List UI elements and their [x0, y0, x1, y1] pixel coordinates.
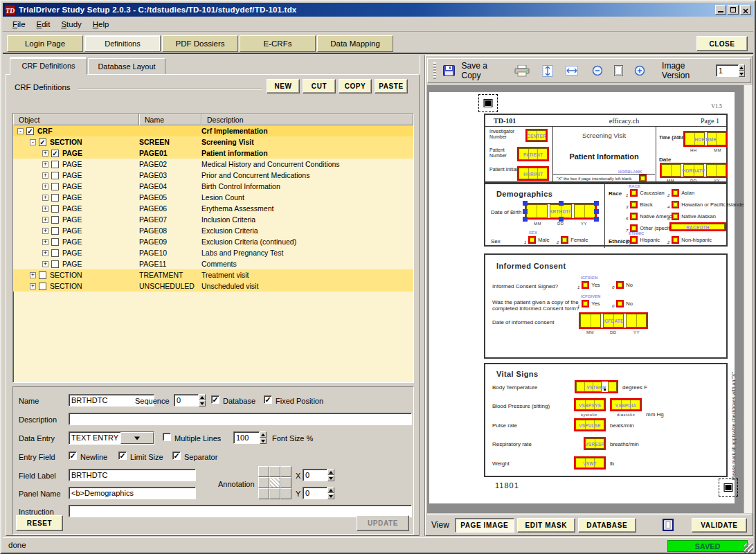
database-checkbox[interactable]: ✓ [211, 395, 219, 404]
race-option[interactable]: 1Caucasian [626, 189, 665, 197]
menu-help[interactable]: Help [87, 19, 115, 30]
toolbar-drag-handle[interactable] [433, 62, 436, 79]
race-option[interactable]: 4Hawaiian or Pacific Islander [667, 201, 746, 208]
icf-q2-no[interactable]: 0No [612, 300, 633, 307]
ethnicity-option[interactable]: 2Non-hispanic [667, 236, 712, 244]
checkbox[interactable] [672, 201, 679, 208]
expander-icon[interactable]: - [17, 128, 24, 134]
checkbox[interactable] [582, 281, 589, 289]
chevron-down-icon[interactable] [120, 432, 154, 444]
menu-study[interactable]: Study [55, 19, 87, 30]
checkbox[interactable] [39, 271, 46, 279]
icf-q1-yes[interactable]: 1Yes [577, 281, 600, 289]
spin-up-icon[interactable] [199, 394, 206, 400]
tab-login-page[interactable]: Login Page [7, 35, 83, 52]
table-row[interactable]: +PAGE PAGE02 Medical History and Concurr… [13, 159, 413, 170]
print-icon[interactable] [514, 65, 530, 77]
expander-icon[interactable]: + [42, 172, 48, 179]
save-copy-icon[interactable] [443, 65, 455, 76]
table-row[interactable]: +PAGE PAGE10 Labs and Pregnancy Test [13, 247, 413, 258]
cut-button[interactable]: CUT [303, 79, 336, 93]
zoom-in-icon[interactable] [634, 65, 645, 76]
sex-option-male[interactable]: 1Male [524, 236, 550, 244]
vertical-scrollbar[interactable] [744, 85, 753, 513]
ethnicity-option[interactable]: 1Hispanic [626, 236, 660, 244]
checkbox[interactable] [51, 227, 59, 235]
tab-e-crfs[interactable]: E-CRFs [240, 35, 316, 52]
fit-height-icon[interactable] [542, 65, 553, 77]
race-option[interactable]: 6Native Alaskan [667, 213, 716, 220]
checkbox[interactable]: ✓ [51, 150, 59, 157]
y-stepper[interactable] [303, 487, 334, 499]
menu-edit[interactable]: Edit [31, 19, 56, 30]
crf-field-vsresp[interactable]: VSRESP [584, 437, 606, 450]
image-version-stepper[interactable] [716, 64, 745, 77]
checkbox[interactable] [51, 183, 59, 190]
expander-icon[interactable]: + [42, 239, 48, 245]
checkbox[interactable] [51, 216, 59, 224]
table-row[interactable]: +PAGE PAGE06 Erythema Assessment [13, 203, 413, 214]
crf-field-vswt[interactable]: VSWT [574, 456, 606, 470]
fit-width-icon[interactable] [566, 66, 578, 75]
x-stepper[interactable] [303, 469, 334, 481]
copy-button[interactable]: COPY [339, 79, 372, 93]
close-window-button[interactable] [740, 5, 751, 15]
menu-file[interactable]: File [7, 19, 31, 30]
resize-grip[interactable] [744, 544, 753, 553]
checkbox[interactable] [51, 205, 59, 213]
expander-icon[interactable]: + [42, 184, 48, 190]
checkbox[interactable] [616, 300, 624, 307]
crf-field-hortime[interactable]: HORTIME [683, 131, 728, 147]
tab-definitions[interactable]: Definitions [84, 35, 161, 52]
race-option[interactable]: 2Asian [667, 189, 694, 197]
spin-down-icon[interactable] [739, 71, 745, 77]
separator-checkbox[interactable]: ✓ [172, 452, 181, 460]
selection-handle[interactable] [594, 217, 599, 222]
close-button[interactable]: CLOSE [696, 36, 748, 51]
checkbox[interactable] [561, 236, 568, 244]
table-row[interactable]: +✓PAGE PAGE01 Patient information [13, 148, 413, 159]
annotation-position-grid[interactable] [258, 466, 291, 499]
selection-handle[interactable] [559, 217, 564, 222]
reset-button[interactable]: RESET [16, 515, 63, 531]
crf-field-vspulse[interactable]: VSPULSE [574, 418, 606, 431]
checkbox[interactable] [630, 189, 638, 197]
expander-icon[interactable]: + [42, 228, 48, 234]
data-entry-select[interactable]: TEXT ENTRY [69, 431, 154, 445]
selection-handle[interactable] [523, 201, 528, 206]
expander-icon[interactable]: + [42, 161, 48, 168]
table-row[interactable]: -✓CRF Crf Implementation [13, 125, 413, 136]
expander-icon[interactable]: + [42, 217, 48, 223]
sex-option-female[interactable]: 2Female [557, 236, 588, 244]
crf-field-horinit[interactable]: HORINIT [517, 166, 549, 181]
icf-q1-no[interactable]: 0No [612, 281, 633, 289]
column-description[interactable]: Description [201, 114, 413, 125]
spin-down-icon[interactable] [327, 475, 334, 481]
checkbox[interactable] [51, 260, 59, 268]
checkbox[interactable] [39, 283, 46, 290]
expander-icon[interactable]: + [42, 250, 48, 256]
newline-checkbox[interactable]: ✓ [69, 452, 77, 460]
tab-database-layout[interactable]: Database Layout [88, 58, 165, 75]
checkbox[interactable] [630, 236, 638, 244]
checkbox[interactable] [51, 249, 59, 257]
selection-handle[interactable] [523, 217, 528, 222]
expander-icon[interactable]: + [42, 261, 48, 267]
crf-field-raceoth[interactable]: RACEOTH [669, 222, 726, 231]
field-label-input[interactable] [69, 469, 196, 481]
checkbox[interactable] [616, 281, 624, 289]
table-row[interactable]: +PAGE PAGE09 Exclusion Criteria (continu… [13, 236, 413, 247]
selection-handle[interactable] [594, 201, 599, 206]
paste-button[interactable]: PASTE [375, 79, 408, 93]
table-row[interactable]: +SECTION TREATMENT Treatment visit [13, 269, 413, 280]
crf-field-vstemp[interactable]: VSTEMP [575, 380, 618, 393]
crf-field-vsbpdia[interactable]: VSBPDIA [610, 398, 642, 411]
table-row[interactable]: +PAGE PAGE03 Prior and Concurrent Medica… [13, 170, 413, 181]
crf-field-icfdate[interactable]: ICFDATE [579, 312, 648, 329]
edit-mask-button[interactable]: EDIT MASK [517, 518, 575, 533]
portrait-orientation-icon[interactable] [663, 519, 674, 531]
expander-icon[interactable]: + [42, 150, 48, 157]
checkbox[interactable] [51, 161, 59, 168]
checkbox[interactable] [528, 236, 536, 244]
crf-field-brthdtc-selected[interactable]: BRTHDTC [525, 203, 597, 220]
